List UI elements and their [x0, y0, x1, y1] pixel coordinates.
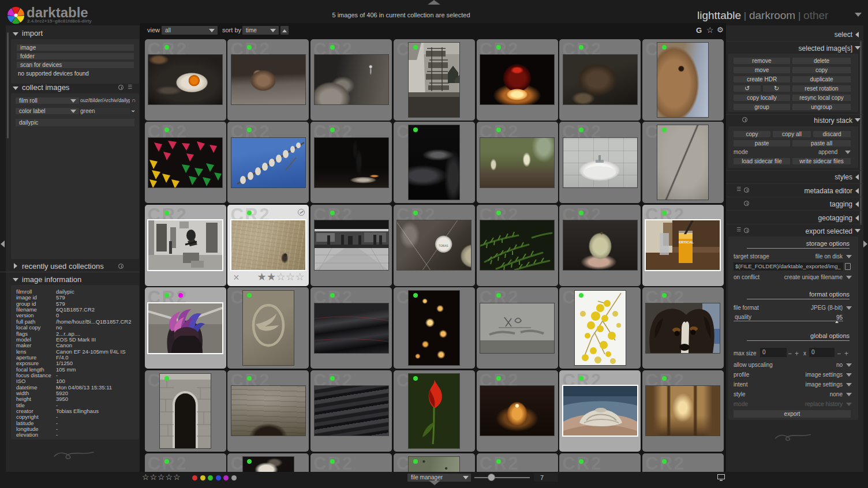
svg-text:ERTICAL: ERTICAL: [679, 241, 694, 244]
svg-text:TOBIAS: TOBIAS: [439, 245, 448, 247]
